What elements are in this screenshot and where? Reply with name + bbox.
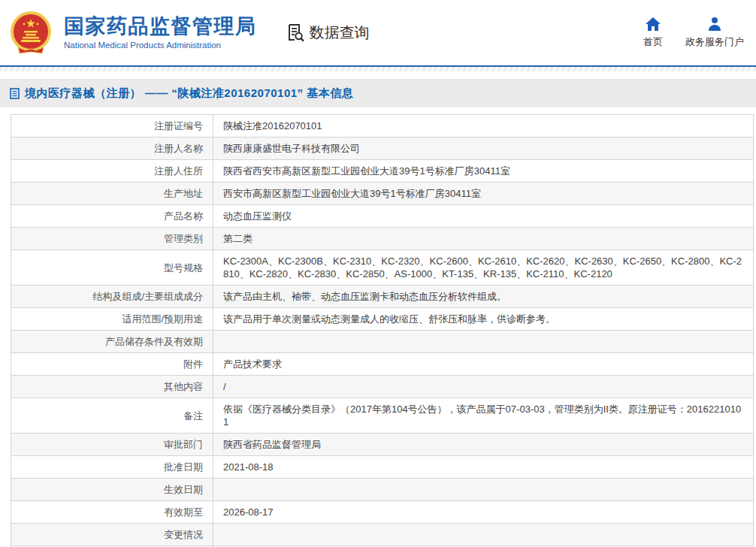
table-row: 生产地址西安市高新区新型工业园创业大道39号1号标准厂房30411室 xyxy=(11,183,754,205)
table-row: 产品储存条件及有效期 xyxy=(11,331,754,353)
row-label: 注册人住所 xyxy=(11,160,213,183)
row-label: 生产地址 xyxy=(11,183,213,205)
org-name-en: National Medical Products Administration xyxy=(64,41,257,50)
row-value: 产品技术要求 xyxy=(213,353,754,376)
row-value: 2026-08-17 xyxy=(213,501,754,524)
home-icon xyxy=(645,17,661,32)
row-label: 结构及组成/主要组成成分 xyxy=(11,286,213,308)
row-value xyxy=(213,524,754,546)
document-search-icon xyxy=(286,23,306,43)
data-query-label: 数据查询 xyxy=(310,23,370,43)
row-label: 生效日期 xyxy=(11,479,213,501)
page-title: 境内医疗器械（注册） —— “陕械注准20162070101” 基本信息 xyxy=(25,86,353,101)
nav-item-label: 政务服务门户 xyxy=(685,35,744,49)
row-label: 产品名称 xyxy=(11,205,213,228)
row-label-text: 结构及组成/主要组成成分 xyxy=(92,291,203,302)
row-value: / xyxy=(213,376,754,398)
row-label: 注册人名称 xyxy=(11,138,213,160)
row-label: 附件 xyxy=(11,353,213,376)
row-label-text: 产品名称 xyxy=(164,210,203,222)
table-row: 注册人住所陕西省西安市高新区新型工业园创业大道39号1号标准厂房30411室 xyxy=(11,160,754,183)
row-value: 该产品用于单次测量或动态测量成人的收缩压、舒张压和脉率，供诊断参考。 xyxy=(213,308,754,331)
row-label: 变更情况 xyxy=(11,524,213,546)
row-label-text: 审批部门 xyxy=(164,439,203,450)
row-label: 有效期至 xyxy=(11,501,213,524)
table-row: 附件产品技术要求 xyxy=(11,353,754,376)
table-row: 适用范围/预期用途该产品用于单次测量或动态测量成人的收缩压、舒张压和脉率，供诊断… xyxy=(11,308,754,331)
row-value xyxy=(213,331,754,353)
national-emblem-icon xyxy=(8,10,54,56)
page-title-bar: 境内医疗器械（注册） —— “陕械注准20162070101” 基本信息 xyxy=(0,79,756,107)
document-icon xyxy=(10,88,20,99)
row-label: 审批部门 xyxy=(11,434,213,456)
row-value: 陕西省药品监督管理局 xyxy=(213,434,754,456)
table-row: 备注依据《医疗器械分类目录》（2017年第104号公告），该产品属于07-03-… xyxy=(11,398,754,434)
row-label-text: 注册人名称 xyxy=(154,143,203,154)
table-row: 生效日期 xyxy=(11,479,754,501)
row-label-text: 有效期至 xyxy=(164,506,203,518)
row-value: 依据《医疗器械分类目录》（2017年第104号公告），该产品属于07-03-03… xyxy=(213,398,754,434)
site-header: 国家药品监督管理局 National Medical Products Admi… xyxy=(0,0,756,67)
top-nav: 首页 政务服务门户 xyxy=(643,17,744,49)
row-label-text: 管理类别 xyxy=(164,233,203,244)
row-label-text: 生效日期 xyxy=(164,484,203,495)
row-value: 陕西省西安市高新区新型工业园创业大道39号1号标准厂房30411室 xyxy=(213,160,754,183)
table-row: 批准日期2021-08-18 xyxy=(11,456,754,479)
row-label: 型号规格 xyxy=(11,250,213,286)
row-value: 陕械注准20162070101 xyxy=(213,115,754,138)
user-icon xyxy=(706,17,723,32)
row-value: 该产品由主机、袖带、动态血压监测卡和动态血压分析软件组成。 xyxy=(213,286,754,308)
row-label-text: 变更情况 xyxy=(164,529,203,540)
row-label-text: 备注 xyxy=(183,410,203,422)
row-label: 批准日期 xyxy=(11,456,213,479)
row-value: 西安市高新区新型工业园创业大道39号1号标准厂房30411室 xyxy=(213,183,754,205)
table-row: 审批部门陕西省药品监督管理局 xyxy=(11,434,754,456)
table-row: 注册人名称陕西康康盛世电子科技有限公司 xyxy=(11,138,754,160)
row-label: 管理类别 xyxy=(11,228,213,250)
table-row: 管理类别第二类 xyxy=(11,228,754,250)
table-row: 其他内容/ xyxy=(11,376,754,398)
table-row: 有效期至2026-08-17 xyxy=(11,501,754,524)
row-value: 动态血压监测仪 xyxy=(213,205,754,228)
row-label-text: 附件 xyxy=(183,358,203,370)
row-label-text: 型号规格 xyxy=(164,262,203,274)
row-value xyxy=(213,479,754,501)
table-row: 型号规格KC-2300A、KC-2300B、KC-2310、KC-2320、KC… xyxy=(11,250,754,286)
row-label-text: 产品储存条件及有效期 xyxy=(105,336,203,347)
row-value: 2021-08-18 xyxy=(213,456,754,479)
row-label: 产品储存条件及有效期 xyxy=(11,331,213,353)
row-label: 备注 xyxy=(11,398,213,434)
row-label-text: 其他内容 xyxy=(164,381,203,392)
row-value: 第二类 xyxy=(213,228,754,250)
table-row: 变更情况 xyxy=(11,524,754,546)
registration-info-table: 注册证编号陕械注准20162070101注册人名称陕西康康盛世电子科技有限公司注… xyxy=(11,114,754,547)
row-label: 注册证编号 xyxy=(11,115,213,138)
row-label-text: 注册证编号 xyxy=(154,120,203,131)
row-label-text: 注册人住所 xyxy=(154,165,203,177)
info-table-body: 注册证编号陕械注准20162070101注册人名称陕西康康盛世电子科技有限公司注… xyxy=(11,115,754,547)
table-row: 产品名称动态血压监测仪 xyxy=(11,205,754,228)
header-divider xyxy=(0,67,756,71)
org-name-cn: 国家药品监督管理局 xyxy=(64,16,257,38)
row-label-text: 适用范围/预期用途 xyxy=(122,313,203,325)
nav-item-portal[interactable]: 政务服务门户 xyxy=(685,17,744,49)
row-label: 其他内容 xyxy=(11,376,213,398)
row-value: KC-2300A、KC-2300B、KC-2310、KC-2320、KC-260… xyxy=(213,250,754,286)
row-label: 适用范围/预期用途 xyxy=(11,308,213,331)
nav-item-label: 首页 xyxy=(643,35,663,49)
table-row: 注册证编号陕械注准20162070101 xyxy=(11,115,754,138)
data-query-button[interactable]: 数据查询 xyxy=(286,23,370,43)
brand: 国家药品监督管理局 National Medical Products Admi… xyxy=(8,10,257,56)
row-label-text: 生产地址 xyxy=(164,188,203,199)
nav-item-home[interactable]: 首页 xyxy=(643,17,663,49)
row-label-text: 批准日期 xyxy=(164,461,203,473)
row-value: 陕西康康盛世电子科技有限公司 xyxy=(213,138,754,160)
table-row: 结构及组成/主要组成成分该产品由主机、袖带、动态血压监测卡和动态血压分析软件组成… xyxy=(11,286,754,308)
